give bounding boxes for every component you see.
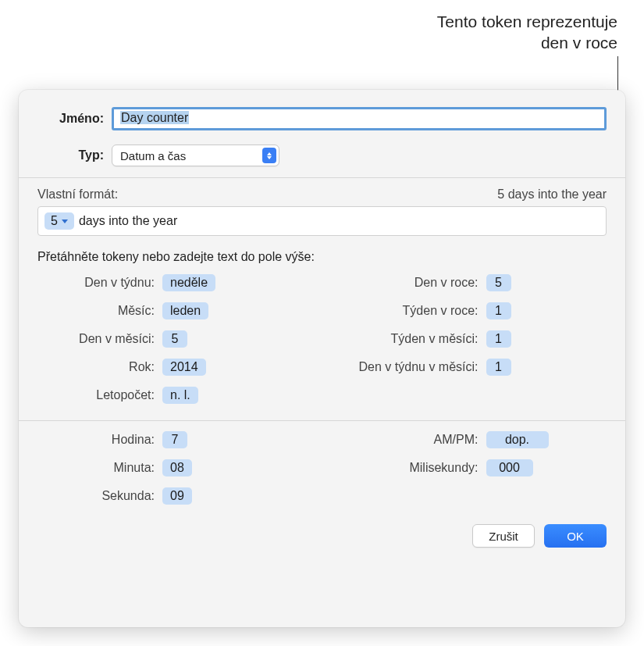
token-second[interactable]: 09: [162, 487, 192, 505]
type-select[interactable]: Datum a čas: [112, 145, 279, 166]
updown-icon: [262, 148, 276, 163]
token-label-minute: Minuta:: [37, 461, 162, 475]
callout-text: Tento token reprezentuje den v roce: [437, 11, 617, 54]
format-suffix-text: days into the year: [79, 214, 177, 228]
token-ampm[interactable]: dop.: [486, 431, 549, 448]
type-select-value: Datum a čas: [120, 149, 186, 162]
token-week-of-month[interactable]: 1: [486, 330, 511, 348]
token-day-of-month[interactable]: 5: [162, 330, 187, 348]
token-label-era: Letopočet:: [37, 388, 162, 402]
token-day-of-week[interactable]: neděle: [162, 274, 215, 291]
name-label: Jméno:: [37, 112, 112, 126]
ok-button[interactable]: OK: [544, 524, 607, 548]
token-label-day-of-month: Den v měsíci:: [37, 332, 162, 346]
custom-format-dialog: Jméno: Day counter Typ: Datum a čas Vlas…: [19, 90, 625, 627]
date-token-grid: Den v týdnu: neděle Měsíc: leden Den v m…: [19, 272, 625, 412]
token-label-month: Měsíc:: [37, 304, 162, 318]
token-label-second: Sekunda:: [37, 489, 162, 503]
token-millis[interactable]: 000: [486, 459, 533, 476]
callout-line2: den v roce: [437, 32, 617, 53]
token-label-day-of-week: Den v týdnu:: [37, 276, 162, 290]
token-label-hour: Hodina:: [37, 433, 162, 447]
format-header: Vlastní formát:: [37, 187, 118, 202]
format-token-value: 5: [51, 214, 58, 228]
token-label-ampm: AM/PM:: [330, 433, 486, 447]
token-label-week-of-year: Týden v roce:: [330, 304, 486, 318]
token-week-of-year[interactable]: 1: [486, 302, 511, 319]
name-input-value: Day counter: [120, 111, 189, 124]
format-token-day-of-year[interactable]: 5: [44, 212, 74, 230]
token-label-year: Rok:: [37, 360, 162, 374]
token-minute[interactable]: 08: [162, 459, 192, 476]
format-preview: 5 days into the year: [497, 187, 607, 202]
token-era[interactable]: n. l.: [162, 387, 198, 404]
token-label-millis: Milisekundy:: [330, 461, 486, 475]
name-input[interactable]: Day counter: [112, 107, 607, 130]
token-hour[interactable]: 7: [162, 431, 187, 448]
token-month[interactable]: leden: [162, 302, 208, 319]
token-weekday-of-month[interactable]: 1: [486, 359, 511, 376]
drag-instruction: Přetáhněte tokeny nebo zadejte text do p…: [19, 236, 625, 272]
format-input[interactable]: 5 days into the year: [37, 206, 607, 236]
cancel-button[interactable]: Zrušit: [472, 524, 535, 548]
token-label-day-of-year: Den v roce:: [330, 276, 486, 290]
token-label-week-of-month: Týden v měsíci:: [330, 332, 486, 346]
token-label-weekday-of-month: Den v týdnu v měsíci:: [330, 360, 486, 374]
type-label: Typ:: [37, 148, 112, 162]
callout-line1: Tento token reprezentuje: [437, 11, 617, 32]
time-token-grid: Hodina: 7 Minuta: 08 Sekunda: 09 AM/PM: …: [19, 429, 625, 513]
token-year[interactable]: 2014: [162, 359, 206, 376]
token-day-of-year[interactable]: 5: [486, 274, 511, 291]
divider: [19, 420, 625, 421]
divider: [19, 177, 625, 178]
chevron-down-icon: [62, 219, 68, 223]
